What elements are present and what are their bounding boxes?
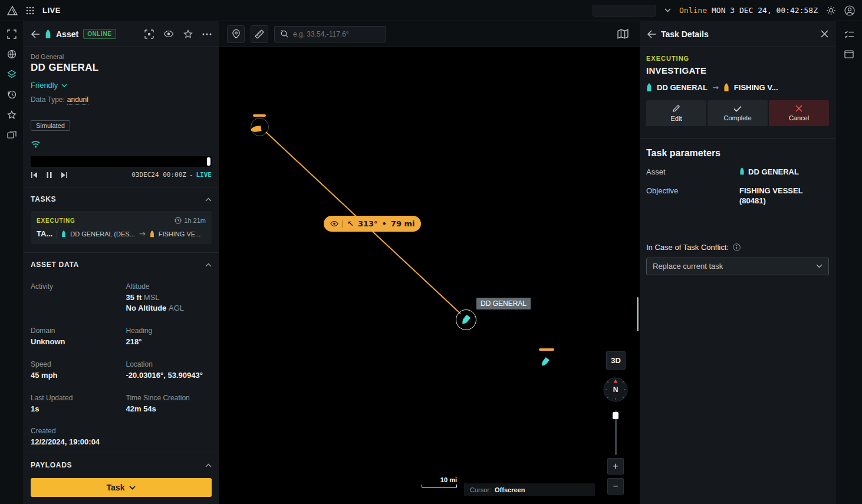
cancel-task-button[interactable]: Cancel [769,100,829,126]
edit-label: Edit [671,115,682,122]
conflict-dropdown[interactable]: Replace current task [646,258,829,275]
map-canvas[interactable]: ↖ 313° • 79 mi DD GENERAL [219,21,640,504]
disposition-value: Friendly [31,81,58,90]
data-type-row: Data Type:anduril [24,95,219,104]
measure-ruler-icon[interactable] [251,25,268,43]
asset-map-label[interactable]: DD GENERAL [476,298,531,309]
app-grid-icon[interactable] [26,6,34,15]
zoom-slider-knob[interactable] [613,412,618,419]
tasks-header-label: TASKS [31,195,56,203]
edit-task-button[interactable]: Edit [646,100,706,126]
task-type-label: INVESTIGATE [646,65,829,75]
eye-icon[interactable] [163,29,174,39]
conflict-label: In Case of Task Conflict: [646,243,729,252]
task-objective-name: FISHING V... [734,83,778,92]
timeline-scrubber-handle[interactable] [207,157,210,166]
playback-live-label[interactable]: LIVE [196,171,212,179]
compass[interactable]: N [603,377,628,402]
disposition-dropdown[interactable]: Friendly [24,81,219,90]
map-scale: 10 mi [422,476,457,487]
info-icon[interactable] [733,243,741,251]
task-details-panel: Task Details EXECUTING INVESTIGATE DD GE… [640,21,835,504]
back-arrow-icon[interactable] [647,30,656,38]
field-activity: Activity [31,282,117,314]
skip-to-end-icon[interactable] [61,172,68,179]
teal-contact-map-icon[interactable] [538,354,552,370]
complete-task-button[interactable]: Complete [708,100,768,126]
drop-pin-icon[interactable] [227,25,245,43]
map-search-input[interactable] [293,30,384,38]
layers-icon[interactable] [4,66,20,83]
asset-data-grid: Activity Altitude 35 ft MSL No Altitude … [24,276,219,447]
bearing-range-pill[interactable]: ↖ 313° • 79 mi [324,216,421,232]
chevron-down-icon[interactable] [664,8,671,12]
complete-label: Complete [723,114,751,121]
asset-ship-icon [646,83,652,92]
tasks-section-header[interactable]: TASKS [24,187,219,211]
map-layers-icon[interactable] [614,25,631,43]
task-parameters-header: Task parameters [646,148,829,159]
star-icon[interactable] [183,29,193,39]
zoom-buttons: + − [607,458,624,495]
multi-screen-icon[interactable] [4,126,20,143]
sensor-eye-icon [330,221,338,226]
task-card[interactable]: EXECUTING 1h 21m TA... DD GENERAL (DES..… [31,211,212,244]
task-actions: Edit Complete Cancel [646,100,829,126]
task-duration-value: 1h 21m [184,217,206,224]
pause-icon[interactable] [46,172,52,179]
task-list-icon[interactable] [841,26,857,42]
panel-type-label: Asset [56,29,78,39]
clock-readout: Online MON 3 DEC 24, 00:42:58Z [679,6,818,15]
back-arrow-icon[interactable] [31,30,40,38]
quick-search-box[interactable] [593,5,656,17]
playback-controls: 03DEC24 00:00Z - LIVE [31,171,212,179]
toggle-3d-button[interactable]: 3D [606,351,626,370]
ellipsis-icon[interactable] [202,29,212,39]
objective-ship-icon [723,83,729,92]
asset-title: DD GENERAL [24,62,219,74]
live-label: LIVE [42,6,61,15]
task-status-badge: EXECUTING [37,218,75,224]
data-type-value[interactable]: anduril [67,95,88,105]
datetime-text: MON 3 DEC 24, 00:42:58Z [712,6,818,15]
task-button[interactable]: Task [31,478,212,497]
left-icon-rail [0,21,24,504]
field-heading: Heading 218° [126,327,212,347]
online-status-badge: ONLINE [83,29,116,39]
zoom-in-button[interactable]: + [607,458,624,475]
zoom-slider[interactable] [612,410,619,455]
panel-layout-icon[interactable] [841,46,857,62]
focus-scan-icon[interactable] [144,29,154,39]
map-toolbar [219,21,640,47]
account-icon[interactable] [844,5,855,16]
param-asset-label: Asset [646,167,739,176]
history-icon[interactable] [4,86,20,103]
payloads-section-header[interactable]: PAYLOADS [24,453,219,477]
star-icon[interactable] [4,106,20,123]
field-speed: Speed 45 mph [31,360,117,381]
bearing-line [219,21,640,504]
simulated-badge: Simulated [31,120,70,131]
payloads-section: PAYLOADS Task [24,453,219,504]
playback-timeline[interactable] [31,156,212,167]
chevron-down-icon [61,84,67,87]
globe-icon[interactable] [4,46,20,62]
data-type-label: Data Type: [31,95,65,104]
skip-to-start-icon[interactable] [31,172,38,179]
chevron-down-icon [816,264,822,268]
param-objective-row: Objective FISHING VESSEL (80481) [646,186,829,206]
scrollbar-thumb[interactable] [637,297,639,331]
playback-time-readout: 03DEC24 00:00Z - LIVE [131,171,212,179]
cursor-label: Cursor: [470,486,491,493]
divider [57,230,57,238]
asset-data-section-header[interactable]: ASSET DATA [24,253,219,276]
fit-view-icon[interactable] [4,26,20,42]
asset-ship-icon [45,29,51,39]
asset-panel: Asset ONLINE Dd General DD GENERAL [24,21,219,504]
playback-separator: - [189,171,193,179]
map-search-field[interactable] [274,26,386,42]
close-icon[interactable] [821,30,828,38]
zoom-out-button[interactable]: − [607,478,624,495]
settings-gear-icon[interactable] [826,5,836,15]
arrow-right-icon: → [712,83,719,92]
